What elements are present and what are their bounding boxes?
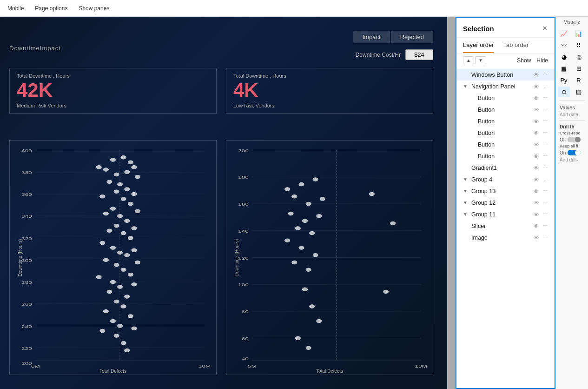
svg-text:320: 320: [21, 236, 32, 241]
visibility-icon-windows-button[interactable]: 👁: [533, 72, 539, 78]
svg-point-37: [121, 197, 126, 201]
more-icon-btn3[interactable]: ⋯: [542, 118, 548, 125]
viz-add-drill[interactable]: Add drill-: [556, 156, 588, 163]
visibility-icon-btn4[interactable]: 👁: [533, 130, 539, 136]
visibility-icon-image[interactable]: 👁: [533, 235, 539, 241]
layer-name-windows-button: Windows Button: [471, 72, 531, 78]
more-icon-btn6[interactable]: ⋯: [542, 153, 548, 160]
visibility-icon-group12[interactable]: 👁: [533, 200, 539, 206]
svg-point-108: [284, 239, 290, 242]
viz-icon-donut[interactable]: ◎: [573, 52, 585, 62]
layer-item-windows-button[interactable]: Windows Button 👁 ⋯: [456, 69, 555, 80]
viz-keep-all: Keep all fi: [556, 143, 588, 149]
svg-text:120: 120: [238, 255, 249, 260]
svg-point-27: [114, 173, 119, 176]
show-button[interactable]: Show: [517, 57, 531, 64]
layer-item-button-6[interactable]: Button 👁 ⋯: [456, 150, 555, 162]
viz-icon-bar[interactable]: 📊: [573, 28, 585, 39]
layer-item-group11[interactable]: ▼ Group 11 👁 ⋯: [456, 208, 555, 220]
visibility-icon-nav-panel[interactable]: 👁: [533, 83, 539, 90]
layer-item-button-3[interactable]: Button 👁 ⋯: [456, 115, 555, 127]
cost-input[interactable]: [405, 49, 433, 60]
viz-icon-area[interactable]: 〰: [558, 40, 570, 50]
kpi-card-right: Total Downtime , Hours 4K Low Risk Vendo…: [226, 68, 433, 114]
more-icon-image[interactable]: ⋯: [542, 234, 548, 241]
selection-header: Selection ×: [456, 18, 555, 38]
layer-item-button-5[interactable]: Button 👁 ⋯: [456, 139, 555, 150]
more-icon-btn5[interactable]: ⋯: [542, 141, 548, 148]
visibility-icon-btn6[interactable]: 👁: [533, 153, 539, 160]
svg-point-103: [288, 212, 294, 215]
layer-name-group4: Group 4: [471, 176, 531, 183]
viz-icon-table[interactable]: ▦: [558, 63, 570, 74]
more-icon-btn1[interactable]: ⋯: [542, 94, 548, 101]
layer-name-group11: Group 11: [471, 211, 531, 218]
viz-icon-scatter[interactable]: ⠿: [573, 40, 585, 50]
tab-rejected[interactable]: Rejected: [391, 31, 433, 43]
visibility-icon-gradient1[interactable]: 👁: [533, 165, 539, 171]
svg-point-45: [131, 226, 137, 230]
visibility-icon-group11[interactable]: 👁: [533, 211, 539, 218]
layer-item-group13[interactable]: ▼ Group 13 👁 ⋯: [456, 185, 555, 197]
layer-item-group12[interactable]: ▼ Group 12 👁 ⋯: [456, 197, 555, 208]
filters-panel[interactable]: Filters: [447, 17, 456, 389]
visibility-icon-btn1[interactable]: 👁: [533, 95, 539, 101]
more-icon-group11[interactable]: ⋯: [542, 211, 548, 218]
svg-point-73: [114, 334, 119, 337]
visibility-icon-btn5[interactable]: 👁: [533, 141, 539, 148]
more-icon-group4[interactable]: ⋯: [542, 176, 548, 183]
visibility-icon-slicer[interactable]: 👁: [533, 223, 539, 229]
toggle-on-track[interactable]: [568, 150, 581, 155]
visibility-icon-group4[interactable]: 👁: [533, 176, 539, 183]
layer-item-image[interactable]: Image 👁 ⋯: [456, 232, 555, 243]
svg-text:10M: 10M: [415, 363, 427, 368]
layer-item-gradient1[interactable]: Gradient1 👁 ⋯: [456, 162, 555, 174]
more-icon-nav-panel[interactable]: ⋯: [542, 83, 548, 90]
viz-icon-pie[interactable]: ◕: [558, 52, 570, 62]
more-icon-windows-button[interactable]: ⋯: [542, 71, 548, 78]
visibility-icon-btn2[interactable]: 👁: [533, 107, 539, 113]
toolbar-mobile[interactable]: Mobile: [7, 5, 24, 12]
visibility-icon-btn3[interactable]: 👁: [533, 118, 539, 125]
layer-icons-group4: 👁 ⋯: [533, 176, 548, 183]
svg-point-70: [117, 324, 123, 328]
more-icon-slicer[interactable]: ⋯: [542, 222, 548, 229]
layer-item-navigation-panel[interactable]: ▼ Navigation Panel 👁 ⋯: [456, 80, 555, 92]
layer-item-button-4[interactable]: Button 👁 ⋯: [456, 127, 555, 139]
viz-add-data[interactable]: Add data: [556, 111, 588, 118]
toggle-off-track[interactable]: [568, 137, 581, 142]
viz-icon-line[interactable]: 📈: [558, 28, 570, 39]
viz-icon-card[interactable]: R: [573, 75, 585, 85]
tab-impact[interactable]: Impact: [353, 31, 390, 43]
svg-text:40: 40: [242, 356, 249, 361]
more-icon-group12[interactable]: ⋯: [542, 199, 548, 206]
svg-point-46: [106, 229, 112, 233]
arrow-down-button[interactable]: ▼: [475, 56, 486, 64]
svg-point-60: [110, 280, 116, 284]
tab-layer-order[interactable]: Layer order: [463, 38, 494, 53]
layer-item-button-1[interactable]: Button 👁 ⋯: [456, 92, 555, 104]
selection-close-button[interactable]: ×: [542, 23, 548, 34]
layer-item-button-2[interactable]: Button 👁 ⋯: [456, 104, 555, 115]
svg-point-30: [135, 175, 140, 179]
viz-icon-matrix[interactable]: ⊞: [573, 63, 585, 74]
toolbar-show-panes[interactable]: Show panes: [79, 5, 109, 12]
hide-button[interactable]: Hide: [536, 57, 548, 64]
layer-item-group4[interactable]: ▼ Group 4 👁 ⋯: [456, 174, 555, 185]
layer-item-slicer[interactable]: Slicer 👁 ⋯: [456, 220, 555, 232]
more-icon-btn2[interactable]: ⋯: [542, 106, 548, 113]
more-icon-group13[interactable]: ⋯: [542, 188, 548, 194]
more-icon-btn4[interactable]: ⋯: [542, 129, 548, 136]
more-icon-gradient1[interactable]: ⋯: [542, 164, 548, 171]
toolbar-page-options[interactable]: Page options: [35, 5, 67, 12]
visibility-icon-group13[interactable]: 👁: [533, 188, 539, 194]
tab-tab-order[interactable]: Tab order: [503, 38, 529, 53]
viz-icon-gauge[interactable]: ⊙: [558, 87, 570, 97]
layer-name-group12: Group 12: [471, 200, 531, 206]
viz-icon-funnel[interactable]: ▤: [573, 87, 585, 97]
arrow-up-button[interactable]: ▲: [463, 56, 474, 64]
svg-text:280: 280: [21, 280, 32, 284]
svg-point-41: [135, 209, 140, 213]
viz-toggle-on-label: On: [560, 150, 566, 155]
viz-icon-kpi[interactable]: Py: [558, 75, 570, 85]
